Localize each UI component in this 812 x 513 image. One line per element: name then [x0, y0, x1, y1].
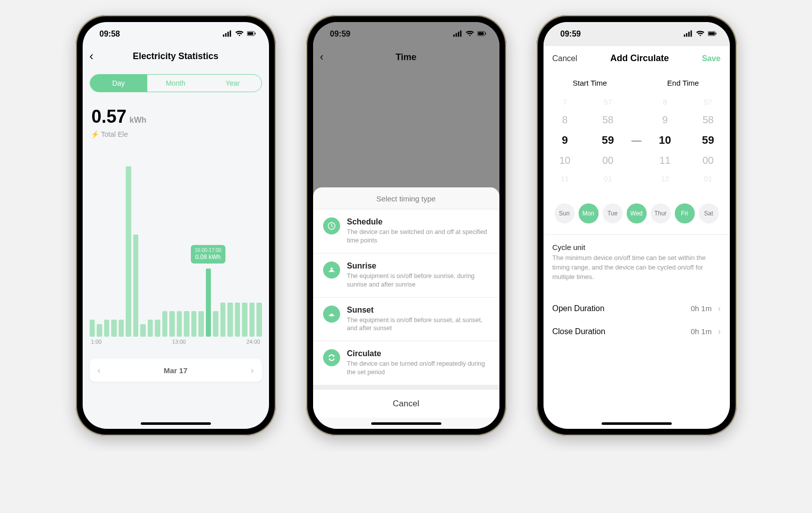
energy-chart[interactable]: 16:00-17:00 0.08 kWh 1:00 13:00 24:00 [88, 147, 264, 348]
signal-icon [684, 30, 693, 39]
bar[interactable] [249, 303, 255, 337]
timing-option-schedule[interactable]: ScheduleThe device can be switched on an… [313, 209, 499, 253]
chart-bars [88, 166, 264, 337]
option-title: Sunset [347, 306, 489, 315]
timing-option-sunrise[interactable]: SunriseThe equipment is on/off before su… [313, 253, 499, 297]
close-duration-value: 0h 1m [691, 327, 712, 336]
status-time: 09:58 [100, 30, 120, 39]
start-minute-wheel[interactable]: 5758590001 [587, 98, 630, 183]
timing-option-circulate[interactable]: CirculateThe device can be turned on/off… [313, 341, 499, 385]
wheel-value: 00 [602, 155, 613, 166]
sunset-icon [323, 306, 340, 323]
bar[interactable] [133, 234, 139, 337]
bar[interactable] [90, 320, 95, 337]
bar[interactable] [220, 303, 226, 337]
cancel-button[interactable]: Cancel [553, 54, 578, 63]
home-indicator[interactable] [602, 422, 672, 425]
tab-day[interactable]: Day [90, 75, 147, 92]
tab-year[interactable]: Year [204, 75, 261, 92]
status-bar: 09:58 [83, 22, 269, 46]
day-mon[interactable]: Mon [579, 203, 599, 223]
wheel-value: 57 [604, 98, 612, 106]
day-sun[interactable]: Sun [555, 203, 575, 223]
day-fri[interactable]: Fri [675, 203, 695, 223]
wheel-value: 01 [704, 174, 712, 183]
bar[interactable] [155, 320, 160, 337]
bar[interactable] [111, 320, 117, 337]
svg-rect-21 [715, 33, 716, 34]
end-minute-wheel[interactable]: 5758590001 [687, 98, 730, 183]
bar[interactable] [119, 320, 124, 337]
bar[interactable] [126, 166, 131, 337]
close-duration-label: Close Duration [553, 327, 606, 336]
bar[interactable] [227, 303, 233, 337]
status-time: 09:59 [561, 30, 581, 39]
svg-rect-17 [688, 32, 690, 37]
selected-date[interactable]: Mar 17 [164, 366, 188, 375]
open-duration-value: 0h 1m [691, 304, 712, 313]
page-title: Electricity Statistics [133, 51, 218, 62]
svg-rect-18 [690, 30, 692, 37]
day-wed[interactable]: Wed [627, 203, 647, 223]
day-tue[interactable]: Tue [603, 203, 623, 223]
wheel-value: 12 [661, 174, 669, 183]
action-sheet: Select timing type ScheduleThe device ca… [313, 187, 499, 429]
home-indicator[interactable] [371, 422, 441, 425]
svg-rect-1 [225, 33, 226, 37]
close-duration-row[interactable]: Close Duration 0h 1m › [544, 320, 730, 343]
save-button[interactable]: Save [702, 54, 720, 63]
svg-rect-0 [223, 34, 224, 37]
next-date-button[interactable]: › [251, 365, 254, 376]
total-label: ⚡ Total Ele [91, 130, 269, 138]
status-icons [223, 30, 256, 39]
start-hour-wheel[interactable]: 7891011 [544, 98, 587, 183]
sheet-title: Select timing type [313, 194, 499, 203]
navbar: ‹ Electricity Statistics [83, 46, 269, 66]
modal-title: Add Circulate [610, 53, 669, 64]
option-title: Circulate [347, 349, 489, 358]
bar[interactable] [140, 324, 146, 337]
wifi-icon [235, 30, 244, 39]
back-button[interactable]: ‹ [90, 49, 94, 63]
tab-month[interactable]: Month [147, 75, 204, 92]
start-time-label: Start Time [544, 79, 637, 87]
bar[interactable] [191, 311, 197, 337]
day-thur[interactable]: Thur [651, 203, 671, 223]
bar[interactable] [213, 311, 218, 337]
option-title: Schedule [347, 217, 489, 226]
sheet-cancel-button[interactable]: Cancel [313, 390, 499, 418]
bar[interactable] [104, 320, 110, 337]
bar[interactable] [169, 311, 175, 337]
bar[interactable] [148, 320, 153, 337]
wheel-value: 59 [602, 134, 614, 147]
bar[interactable] [177, 311, 182, 337]
option-desc: The equipment is on/off before sunset, a… [347, 316, 489, 333]
bar[interactable] [162, 311, 168, 337]
bar[interactable] [235, 303, 240, 337]
consumption-value: 0.57 [92, 106, 127, 127]
phone-frame-3: 09:59 Cancel Add Circulate Save Start Ti… [536, 15, 737, 436]
open-duration-label: Open Duration [553, 304, 605, 313]
wifi-icon [696, 30, 705, 39]
bar[interactable] [184, 311, 189, 337]
wheel-value: 8 [663, 98, 667, 106]
total-consumption: 0.57 kWh [92, 106, 269, 127]
home-indicator[interactable] [141, 422, 211, 425]
time-wheels: 7891011 5758590001 — 89101112 5758590001 [544, 90, 730, 190]
day-sat[interactable]: Sat [699, 203, 719, 223]
bolt-icon: ⚡ [91, 130, 99, 138]
prev-date-button[interactable]: ‹ [98, 365, 101, 376]
circulate-icon [323, 349, 340, 366]
bar[interactable] [198, 311, 204, 337]
open-duration-row[interactable]: Open Duration 0h 1m › [544, 297, 730, 320]
bar[interactable] [242, 303, 247, 337]
bar[interactable] [206, 269, 211, 337]
wheel-value: 8 [562, 114, 568, 126]
clock-icon [323, 217, 340, 234]
bar[interactable] [256, 303, 262, 337]
timing-option-sunset[interactable]: SunsetThe equipment is on/off before sun… [313, 297, 499, 341]
battery-icon [708, 30, 717, 39]
wheel-value: 59 [702, 134, 714, 147]
bar[interactable] [97, 324, 102, 337]
end-hour-wheel[interactable]: 89101112 [644, 98, 687, 183]
